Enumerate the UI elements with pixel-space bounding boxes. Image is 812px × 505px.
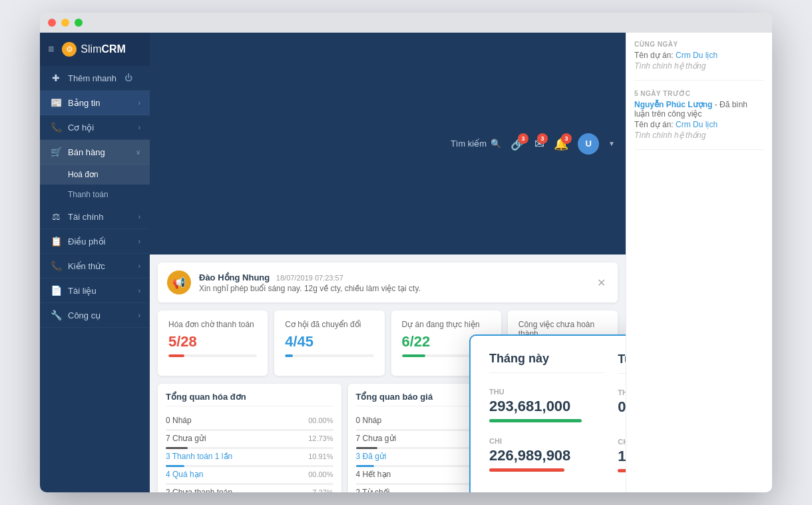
- stat-card-cohoi: Cơ hội đã chuyển đổi 4/45: [274, 310, 384, 376]
- row-pct: 12.73%: [304, 434, 333, 442]
- sidebar-item-them-nhanh[interactable]: ✚ Thêm nhanh ⏻: [40, 66, 150, 91]
- inbox-icon-wrap[interactable]: ✉ 3: [534, 137, 544, 151]
- sidebar-item-label-dieiphoi: Điều phối: [68, 237, 138, 247]
- minimize-btn[interactable]: [61, 19, 69, 27]
- sidebar-item-tai-lieu[interactable]: 📄 Tài liệu ›: [40, 278, 150, 303]
- sidebar-item-co-hoi[interactable]: 📞 Cơ hội ›: [40, 115, 150, 140]
- sidebar-item-tai-chinh[interactable]: ⚖ Tài chính ›: [40, 205, 150, 229]
- maximize-btn[interactable]: [75, 19, 83, 27]
- hamburger-icon[interactable]: ≡: [48, 43, 54, 55]
- popup-header-thang: Tháng này: [489, 352, 604, 373]
- sidebar-subitem-thanhtoan[interactable]: Thanh toán: [40, 185, 150, 205]
- arrow-icon-7: ›: [138, 312, 140, 319]
- sidebar-logo: ⚙ SlimCRM: [62, 42, 126, 57]
- rp-name-2: Nguyễn Phúc Lượng: [634, 100, 712, 109]
- thu-bar-thang: [489, 419, 582, 422]
- plus-icon: ✚: [49, 73, 63, 83]
- notification-banner: 📢 Đào Hồng Nhung 18/07/2019 07:23:57 Xin…: [158, 262, 618, 302]
- sidebar-item-label-taichinh: Tài chính: [68, 212, 138, 222]
- chi-bar-thang: [489, 468, 564, 472]
- thanhtoan-label: Thanh toán: [68, 190, 108, 199]
- notif-avatar: 📢: [167, 270, 191, 294]
- stat-progress-cohoi: [285, 354, 373, 357]
- sidebar-item-label-banhang: Bán hàng: [68, 147, 136, 157]
- logo-text: SlimCRM: [81, 43, 126, 55]
- sidebar-item-ban-hang[interactable]: 🛒 Bán hàng ∨: [40, 140, 150, 165]
- row-pct: 10.91%: [304, 452, 333, 460]
- sidebar-item-cong-cu[interactable]: 🔧 Công cụ ›: [40, 303, 150, 328]
- rp-item-1: CÙNG NGÀY Tên dự án: Crm Du lịch Tình ch…: [634, 41, 764, 81]
- notif-text: Xin nghỉ phép buổi sáng nay. 12g về cty,…: [199, 284, 586, 293]
- table-row: 0 Nháp 00.00%: [166, 413, 333, 428]
- sidebar-header: ≡ ⚙ SlimCRM: [40, 33, 150, 66]
- notif-close-button[interactable]: ✕: [594, 274, 608, 292]
- search-box[interactable]: Tìm kiếm 🔍: [451, 139, 501, 149]
- app-window: ≡ ⚙ SlimCRM ✚ Thêm nhanh ⏻ 📰 Bảng tin ›: [40, 13, 772, 492]
- bell-icon-wrap[interactable]: 🔔 3: [554, 137, 568, 151]
- stat-title-duan: Dự án đang thực hiện: [402, 320, 491, 329]
- row-label: 3 Thanh toán 1 lần: [166, 452, 298, 461]
- row-label: 0 Nháp: [166, 416, 298, 425]
- finance-popup: Tháng này THU 293,681,000 CHI: [469, 334, 626, 492]
- rp-time-2: 5 NGÀY TRƯỚC: [634, 90, 764, 97]
- arrow-icon-4: ›: [138, 238, 140, 245]
- row-label: 0 Nháp: [356, 416, 489, 425]
- user-caret-icon: ▼: [608, 140, 615, 147]
- popup-columns: Tháng này THU 293,681,000 CHI: [489, 352, 626, 486]
- stat-bar-hoadon: [168, 354, 184, 357]
- rp-text-2: Tên dự án: Crm Du lịch: [634, 120, 764, 129]
- stat-title-hoadon: Hóa đơn chờ thanh toán: [168, 320, 257, 329]
- row-label: 2 Từ chối: [356, 488, 489, 492]
- row-label: 7 Chưa gửi: [356, 434, 489, 443]
- right-panel: CÙNG NGÀY Tên dự án: Crm Du lịch Tình ch…: [626, 33, 772, 492]
- stat-bar-duan: [402, 354, 426, 357]
- topnav-right: Tìm kiếm 🔍 🔗 3 ✉ 3 🔔 3 U: [451, 133, 615, 155]
- phone-icon: 📞: [49, 122, 63, 133]
- popup-col-tuan-nay: Tuần này THU 0 CHI: [618, 352, 626, 486]
- stat-value-cohoi: 4/45: [285, 333, 373, 350]
- popup-metric-thu-thang: THU 293,681,000: [489, 386, 604, 422]
- topnav: Tìm kiếm 🔍 🔗 3 ✉ 3 🔔 3 U: [150, 33, 626, 254]
- row-pct: 7.27%: [304, 488, 333, 492]
- rp-system-1: Tình chính hệ thống: [634, 61, 764, 71]
- sidebar-subitem-hoadon[interactable]: Hoá đơn: [40, 165, 150, 185]
- app-body: ≡ ⚙ SlimCRM ✚ Thêm nhanh ⏻ 📰 Bảng tin ›: [40, 33, 772, 492]
- share-icon-wrap[interactable]: 🔗 3: [510, 137, 525, 151]
- sidebar-item-label-tailieu: Tài liệu: [68, 286, 138, 296]
- bell-badge: 3: [561, 133, 572, 144]
- row-label: 4 Hết hạn: [356, 470, 489, 479]
- rp-project-2: Crm Du lịch: [676, 120, 717, 129]
- power-icon: ⏻: [122, 73, 135, 83]
- table-row: 4 Quá hạn 00.00%: [166, 467, 333, 482]
- sidebar-item-kien-thuc[interactable]: 📞 Kiến thức ›: [40, 254, 150, 278]
- sidebar-item-dieu-phoi[interactable]: 📋 Điều phối ›: [40, 229, 150, 254]
- close-btn[interactable]: [48, 19, 56, 27]
- search-icon: 🔍: [491, 139, 501, 149]
- row-pct: 00.00%: [304, 470, 333, 478]
- rp-system-2: Tình chính hệ thống: [634, 131, 764, 140]
- thu-label-tuan: THU: [618, 387, 626, 397]
- popup-metric-thu-tuan: THU 0: [618, 387, 626, 423]
- row-label: 7 Chưa gửi: [166, 434, 298, 443]
- row-label: 2 Chưa thanh toán: [166, 488, 298, 492]
- table-row: 7 Chưa gửi 12.73%: [166, 431, 333, 446]
- user-avatar[interactable]: U: [578, 133, 599, 155]
- knowledge-icon: 📞: [49, 260, 63, 271]
- row-label: 4 Quá hạn: [166, 470, 298, 479]
- stat-bar-cohoi: [285, 354, 293, 357]
- row-label: 3 Đã gửi: [356, 452, 489, 461]
- notif-name: Đào Hồng Nhung: [199, 272, 270, 282]
- chi-value-tuan: 155,000,000: [618, 448, 626, 465]
- stat-progress-hoadon: [168, 354, 257, 357]
- sidebar-item-label-cohoi: Cơ hội: [68, 123, 138, 133]
- notif-header: Đào Hồng Nhung 18/07/2019 07:23:57: [199, 272, 586, 282]
- doc-icon: 📄: [49, 285, 63, 296]
- chi-value-thang: 226,989,908: [489, 447, 604, 464]
- thu-value-tuan: 0: [618, 398, 626, 416]
- search-label: Tìm kiếm: [451, 139, 487, 149]
- logo-icon: ⚙: [62, 42, 77, 57]
- table-card-title-hoadon: Tổng quan hóa đơn: [166, 392, 333, 406]
- sidebar-item-bang-tin[interactable]: 📰 Bảng tin ›: [40, 91, 150, 115]
- chi-label-thang: CHI: [489, 436, 604, 446]
- table-row: 3 Thanh toán 1 lần 10.91%: [166, 449, 333, 464]
